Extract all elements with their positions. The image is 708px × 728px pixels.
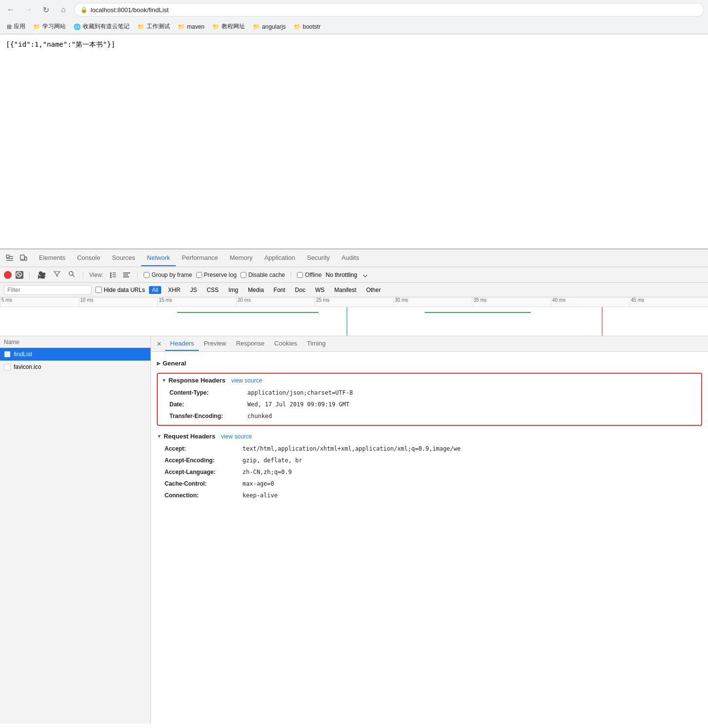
filter-type-manifest[interactable]: Manifest	[332, 286, 359, 294]
filter-type-css[interactable]: CSS	[204, 286, 222, 294]
response-view-source-link[interactable]: view source	[231, 377, 262, 384]
disable-cache-checkbox[interactable]: Disable cache	[241, 272, 285, 278]
bookmark-tutorial-label: 教程网址	[222, 22, 245, 31]
tab-audits[interactable]: Audits	[335, 250, 365, 266]
filter-bar: Hide data URLs All XHR JS CSS Img Media …	[0, 283, 708, 297]
response-headers-section-header[interactable]: ▼ Response Headers view source	[162, 377, 697, 387]
request-headers-section-header[interactable]: ▼ Request Headers view source	[157, 429, 702, 443]
bookmark-maven-label: maven	[187, 23, 205, 30]
network-toolbar: 🎥 View:	[0, 267, 708, 283]
network-row-favicon[interactable]: favicon.ico	[0, 361, 150, 373]
bookmark-angular[interactable]: 📁 angularjs	[250, 22, 289, 31]
filter-type-ws[interactable]: WS	[312, 286, 327, 294]
bookmark-youdao[interactable]: 🌐 收藏到有道云笔记	[71, 21, 132, 32]
favicon-filename: favicon.ico	[14, 364, 41, 370]
bookmark-tutorial[interactable]: 📁 教程网址	[209, 21, 248, 32]
bookmark-bootstrap[interactable]: 📁 bootstr	[291, 22, 324, 31]
device-toolbar-icon[interactable]	[18, 253, 29, 264]
forward-button[interactable]: →	[21, 3, 35, 17]
clear-button[interactable]	[16, 271, 23, 279]
request-view-source-link[interactable]: view source	[221, 433, 252, 440]
reload-button[interactable]: ↻	[39, 3, 53, 17]
filter-type-xhr[interactable]: XHR	[165, 286, 183, 294]
detail-close-button[interactable]: ×	[155, 338, 163, 350]
tab-application[interactable]: Application	[259, 250, 301, 266]
svg-line-10	[73, 275, 75, 277]
waterfall-view-btn[interactable]	[122, 270, 131, 280]
filter-type-all[interactable]: All	[149, 286, 161, 294]
offline-checkbox[interactable]: Offline	[297, 272, 321, 278]
tab-console[interactable]: Console	[71, 250, 106, 266]
tab-performance[interactable]: Performance	[176, 250, 224, 266]
transfer-encoding-value: chunked	[247, 412, 272, 420]
tab-elements[interactable]: Elements	[33, 250, 71, 266]
content-type-value: application/json;charset=UTF-8	[247, 388, 353, 397]
network-row-findlist[interactable]: findList	[0, 348, 150, 361]
filter-type-font[interactable]: Font	[271, 286, 288, 294]
bookmark-angular-label: angularjs	[262, 23, 286, 30]
detail-tab-preview[interactable]: Preview	[199, 337, 231, 351]
camera-icon[interactable]: 🎥	[36, 270, 48, 280]
request-headers-title: Request Headers	[164, 433, 215, 440]
page-json-output: [{"id":1,"name":"第一本书"}]	[6, 40, 115, 48]
timeline-ruler: 5 ms 10 ms 15 ms 20 ms 25 ms 30 ms 35 ms…	[0, 297, 708, 307]
filter-type-js[interactable]: JS	[187, 286, 200, 294]
general-section-header[interactable]: ▶ General	[157, 356, 702, 370]
toolbar-separator-3	[137, 271, 138, 279]
svg-rect-14	[112, 274, 116, 275]
svg-rect-11	[110, 273, 112, 274]
bookmark-work[interactable]: 📁 工作测试	[134, 21, 173, 32]
filter-type-other[interactable]: Other	[363, 286, 384, 294]
globe-icon: 🌐	[74, 23, 81, 30]
timeline[interactable]: 5 ms 10 ms 15 ms 20 ms 25 ms 30 ms 35 ms…	[0, 297, 708, 336]
filter-type-doc[interactable]: Doc	[292, 286, 308, 294]
connection-value: keep-alive	[242, 491, 278, 500]
tab-security[interactable]: Security	[301, 250, 335, 266]
network-file-list: Name findList favicon.ico	[0, 336, 151, 724]
group-by-frame-checkbox[interactable]: Group by frame	[144, 272, 192, 278]
bookmark-study[interactable]: 📁 学习网站	[30, 21, 69, 32]
folder-icon-2: 📁	[137, 23, 145, 30]
findlist-file-icon	[4, 351, 11, 358]
folder-icon: 📁	[33, 23, 40, 30]
svg-rect-15	[110, 276, 112, 278]
detail-tab-timing[interactable]: Timing	[302, 337, 331, 351]
timeline-marker-blue	[347, 307, 347, 336]
filter-type-img[interactable]: Img	[225, 286, 241, 294]
devtools-panel: Elements Console Sources Network Perform…	[0, 249, 708, 724]
filter-type-media[interactable]: Media	[245, 286, 267, 294]
request-header-connection: Connection: keep-alive	[157, 490, 702, 501]
bookmark-bootstrap-label: bootstr	[303, 23, 321, 30]
response-headers-section: ▼ Response Headers view source Content-T…	[157, 373, 702, 426]
list-view-btn[interactable]	[108, 270, 118, 280]
request-header-accept-language: Accept-Language: zh-CN,zh;q=0.9	[157, 466, 702, 478]
detail-tab-cookies[interactable]: Cookies	[269, 337, 302, 351]
back-button[interactable]: ←	[4, 3, 18, 17]
detail-tab-headers[interactable]: Headers	[165, 337, 199, 351]
svg-rect-17	[123, 273, 130, 273]
preserve-log-checkbox[interactable]: Preserve log	[196, 272, 237, 278]
svg-line-8	[18, 273, 20, 276]
toolbar-separator-4	[291, 271, 291, 279]
detail-tab-response[interactable]: Response	[231, 337, 270, 351]
browser-chrome: ← → ↻ ⌂ 🔒 localhost:8001/book/findList ⊞…	[0, 0, 708, 35]
mark-35ms: 35 ms	[472, 297, 551, 307]
bookmark-apps[interactable]: ⊞ 应用	[4, 21, 28, 32]
mark-40ms: 40 ms	[551, 297, 630, 307]
response-header-content-type: Content-Type: application/json;charset=U…	[162, 387, 697, 399]
filter-icon[interactable]	[52, 270, 62, 280]
throttling-dropdown-icon[interactable]	[361, 270, 370, 280]
home-button[interactable]: ⌂	[56, 3, 70, 17]
tab-sources[interactable]: Sources	[106, 250, 141, 266]
tab-network[interactable]: Network	[141, 250, 176, 266]
address-bar[interactable]: 🔒 localhost:8001/book/findList	[74, 3, 704, 17]
content-type-name: Content-Type:	[169, 388, 247, 397]
inspector-icon[interactable]	[4, 253, 16, 264]
tab-memory[interactable]: Memory	[224, 250, 259, 266]
network-table-header: Name	[0, 336, 150, 348]
bookmark-maven[interactable]: 📁 maven	[175, 22, 207, 31]
hide-data-urls-label[interactable]: Hide data URLs	[95, 287, 145, 293]
record-button[interactable]	[4, 271, 12, 279]
search-icon[interactable]	[66, 270, 77, 280]
filter-input[interactable]	[4, 285, 92, 295]
